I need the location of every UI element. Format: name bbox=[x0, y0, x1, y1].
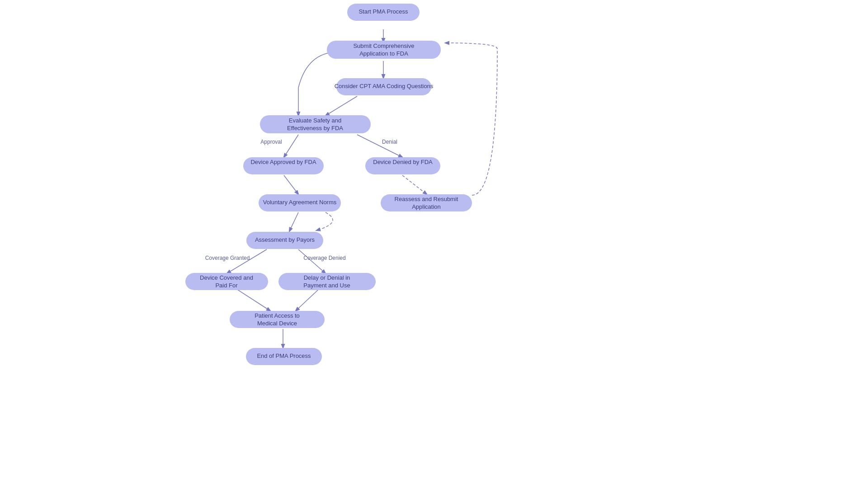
arrow-evaluate-denied bbox=[357, 135, 402, 157]
flowchart-svg: Approval Denial Coverage Granted Coverag… bbox=[0, 0, 868, 488]
arrow-voluntary-assessment bbox=[289, 212, 298, 231]
arrow-approved-voluntary bbox=[284, 175, 298, 194]
start-node-label: Start PMA Process bbox=[359, 8, 408, 15]
arrow-consider-evaluate bbox=[326, 96, 357, 116]
voluntary-node-label: Voluntary Agreement Norms bbox=[263, 199, 337, 206]
evaluate-node-label2: Effectiveness by FDA bbox=[287, 125, 343, 131]
submit-node-label: Submit Comprehensive bbox=[353, 42, 414, 49]
approval-label: Approval bbox=[260, 139, 282, 145]
arrow-submit-evaluate-left bbox=[298, 52, 338, 116]
covered-node-label: Device Covered and bbox=[200, 274, 253, 281]
reassess-node-label2: Application bbox=[412, 203, 441, 210]
coverage-denied-label: Coverage Denied bbox=[303, 255, 345, 261]
arrow-assessment-covered bbox=[227, 249, 267, 273]
evaluate-node-label: Evaluate Safety and bbox=[289, 117, 341, 124]
arrow-voluntary-assessment-dashed bbox=[316, 212, 333, 230]
delay-node-label2: Payment and Use bbox=[303, 282, 350, 289]
flowchart-container: Approval Denial Coverage Granted Coverag… bbox=[0, 0, 868, 488]
delay-node-label: Delay or Denial in bbox=[304, 274, 350, 281]
arrow-reassess-submit bbox=[445, 43, 497, 195]
approved-node-label: Device Approved by FDA bbox=[250, 159, 316, 165]
arrow-denied-reassess bbox=[402, 175, 427, 194]
submit-node-label2: Application to FDA bbox=[359, 50, 408, 57]
coverage-granted-label: Coverage Granted bbox=[205, 255, 250, 261]
arrow-assessment-delay bbox=[298, 249, 326, 273]
assessment-node-label: Assessment by Payors bbox=[255, 236, 315, 243]
denial-label: Denial bbox=[382, 139, 397, 145]
denied-node-label: Device Denied by FDA bbox=[373, 159, 433, 165]
arrow-evaluate-approved bbox=[284, 135, 298, 157]
patient-node-label: Patient Access to bbox=[255, 312, 300, 319]
patient-node-label2: Medical Device bbox=[257, 320, 297, 327]
end-node-label: End of PMA Process bbox=[257, 352, 311, 359]
covered-node-label2: Paid For bbox=[215, 282, 238, 289]
consider-node-label: Consider CPT AMA Coding Questions bbox=[335, 83, 434, 89]
reassess-node-label: Reassess and Resubmit bbox=[395, 196, 458, 202]
